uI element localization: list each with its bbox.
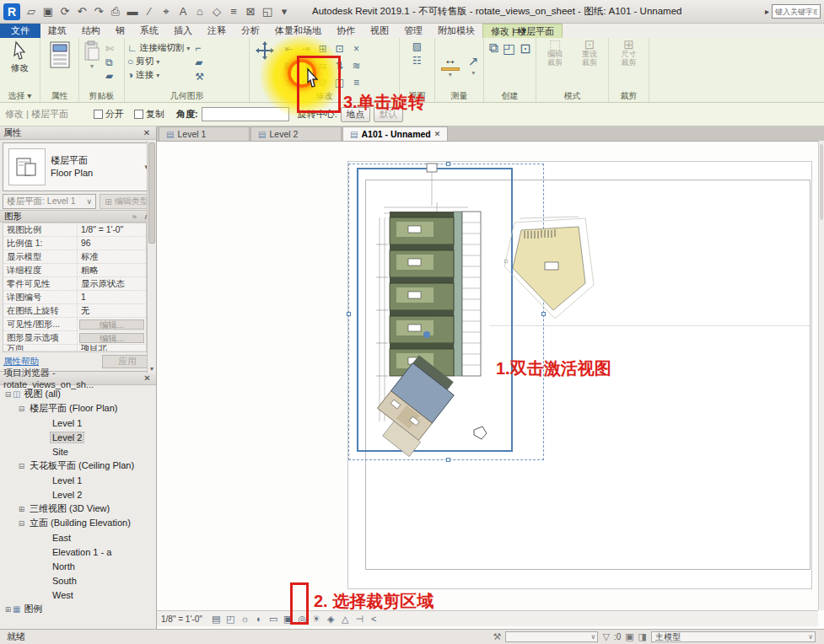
align-icon[interactable]: ⇤: [281, 40, 297, 56]
property-row[interactable]: 可见性/图形... 编辑...: [3, 318, 146, 331]
create-assembly-icon[interactable]: ⊡: [520, 40, 530, 56]
unpin-icon[interactable]: ≡: [348, 74, 364, 90]
rotated-plan-view[interactable]: [494, 216, 604, 325]
ribbon-tab[interactable]: 管理: [396, 24, 430, 38]
design-option-dropdown[interactable]: 主模型∨: [651, 631, 816, 642]
tree-item[interactable]: ⊟ 立面 (Building Elevation): [0, 516, 156, 530]
reset-crop-button[interactable]: ⊡重设裁剪: [574, 40, 606, 67]
design-options-icon[interactable]: ▣: [625, 631, 633, 642]
match-type-icon[interactable]: ▰: [105, 70, 114, 82]
split-element-icon[interactable]: ◧: [281, 57, 297, 73]
property-row[interactable]: 详图编号 1: [3, 291, 146, 304]
save-icon[interactable]: ▣: [40, 3, 56, 20]
property-row[interactable]: 比例值 1: 96: [3, 237, 146, 250]
exclude-options-icon[interactable]: ◨: [638, 631, 647, 642]
mirror-pick-axis-icon[interactable]: ⊞: [315, 40, 331, 56]
tree-item[interactable]: Level 1: [0, 416, 156, 430]
property-row[interactable]: 在图纸上旋转 无: [3, 304, 146, 318]
property-value[interactable]: 显示原状态: [78, 278, 146, 290]
view-tab[interactable]: ▤ Level 1: [159, 126, 250, 141]
tree-expander-icon[interactable]: ⊟: [3, 390, 13, 399]
view-tab[interactable]: ▤ A101 - Unnamed ✕: [342, 126, 448, 141]
ribbon-tab[interactable]: 系统: [132, 24, 166, 38]
tree-item[interactable]: Level 2: [0, 487, 156, 502]
panel-label-create[interactable]: 创建: [484, 90, 536, 102]
section-icon[interactable]: ◇: [209, 3, 224, 20]
close-icon[interactable]: ✕: [434, 130, 441, 138]
rotate-center-default-button[interactable]: 默认: [374, 107, 403, 122]
cut-geometry-icon[interactable]: ⊘: [315, 74, 331, 90]
panel-label-crop[interactable]: 裁剪: [609, 90, 649, 102]
paint-icon[interactable]: ▰: [195, 56, 204, 68]
aligned-dimension-button[interactable]: ↗▾: [466, 54, 481, 77]
panel-label-select[interactable]: 选择 ▾: [0, 90, 40, 102]
worksets-dropdown[interactable]: ∨: [505, 631, 598, 642]
switch-windows-icon[interactable]: ◱: [260, 3, 275, 20]
ribbon-tab[interactable]: 体量和场地: [267, 24, 329, 38]
move-button[interactable]: [252, 40, 277, 61]
split-with-gap-icon[interactable]: ◨: [298, 57, 314, 73]
tree-item[interactable]: Level 2: [0, 430, 156, 444]
property-row[interactable]: 详细程度 粗略: [3, 264, 146, 277]
open-icon[interactable]: ▱: [24, 3, 39, 20]
tree-expander-icon[interactable]: ⊞: [17, 505, 26, 513]
customize-qat-icon[interactable]: ▾: [277, 3, 292, 20]
create-group-icon[interactable]: ⧉: [489, 40, 498, 56]
canvas-scrollbar[interactable]: [818, 141, 824, 610]
panel-label-properties[interactable]: 属性: [40, 90, 78, 102]
graphics-section-header[interactable]: 图形 ≈ ∧: [0, 210, 156, 223]
tree-item[interactable]: ⊟ 天花板平面 (Ceiling Plan): [0, 459, 156, 473]
worksets-icon[interactable]: ⚒: [493, 631, 502, 642]
wall-joins-icon[interactable]: ⌐: [195, 42, 204, 54]
tree-item[interactable]: ⊞ ▦ 图例: [0, 602, 156, 616]
reveal-constraints-icon[interactable]: ⊣: [353, 614, 367, 625]
search-input[interactable]: [772, 4, 821, 19]
print-icon[interactable]: ⎙: [108, 3, 123, 20]
ribbon-display-toggle[interactable]: ▭▾: [513, 25, 526, 36]
property-value[interactable]: 1: [78, 292, 146, 302]
search-expand-icon[interactable]: ▸: [765, 7, 769, 16]
edit-crop-button[interactable]: ⬚编辑裁剪: [539, 40, 571, 67]
expand-vcb-icon[interactable]: <: [367, 614, 381, 625]
panel-label-clipboard[interactable]: 剪贴板: [79, 90, 124, 102]
scale-control[interactable]: 1/8" = 1'-0": [161, 614, 202, 624]
tree-expander-icon[interactable]: ⊟: [17, 405, 26, 413]
type-selector[interactable]: 楼层平面Floor Plan ▾: [3, 142, 153, 191]
paste-button[interactable]: ▾: [82, 40, 102, 70]
tree-item[interactable]: ⊞ 三维视图 (3D View): [0, 502, 156, 516]
redo-icon[interactable]: ↷: [91, 3, 106, 20]
edit-type-button[interactable]: ⊞编辑类型: [100, 194, 153, 209]
close-inactive-windows-icon[interactable]: ⊠: [243, 3, 258, 20]
delete-icon[interactable]: ×: [348, 40, 364, 56]
close-icon[interactable]: ✕: [142, 373, 153, 383]
tree-expander-icon[interactable]: ⊞: [3, 605, 13, 614]
ribbon-tab[interactable]: 建筑: [40, 24, 74, 38]
property-row[interactable]: 显示模型 标准: [3, 250, 146, 264]
panel-label-view[interactable]: 视图: [400, 90, 434, 102]
ribbon-tab[interactable]: 视图: [363, 24, 396, 38]
instance-selector[interactable]: 楼层平面: Level 1∨: [3, 194, 96, 209]
tree-expander-icon[interactable]: ⊟: [17, 519, 26, 528]
revit-logo-icon[interactable]: R: [3, 3, 20, 20]
properties-toggle-button[interactable]: [43, 40, 76, 69]
detail-level-icon[interactable]: ▤: [209, 614, 224, 625]
scroll-down-icon[interactable]: ▼: [148, 365, 156, 373]
panel-label-modify[interactable]: 修改: [250, 90, 399, 102]
angle-input[interactable]: [202, 107, 289, 121]
pin-icon[interactable]: ◫: [331, 74, 347, 90]
create-similar-icon[interactable]: ◰: [503, 40, 515, 56]
cope-button[interactable]: ∟连接端切割▾: [127, 42, 190, 54]
measure-button[interactable]: ↔▾: [438, 52, 463, 78]
copy-checkbox[interactable]: 复制: [134, 108, 164, 121]
ribbon-tab[interactable]: 钢: [108, 24, 132, 38]
floor-plan-view[interactable]: [371, 158, 498, 462]
property-value[interactable]: 1/8" = 1'-0": [78, 225, 146, 234]
aligned-dimension-icon[interactable]: ∕: [142, 3, 157, 20]
scale-icon[interactable]: ⇇: [298, 74, 314, 90]
mirror-draw-axis-icon[interactable]: ⊡: [331, 40, 347, 56]
tree-item[interactable]: Site: [0, 444, 156, 459]
join-geometry-button[interactable]: ◑连接▾: [127, 69, 190, 81]
hide-in-view-icon[interactable]: ☷: [412, 55, 422, 67]
offset-icon[interactable]: ⇥: [298, 40, 314, 56]
match-properties-icon[interactable]: ≋: [348, 57, 364, 73]
